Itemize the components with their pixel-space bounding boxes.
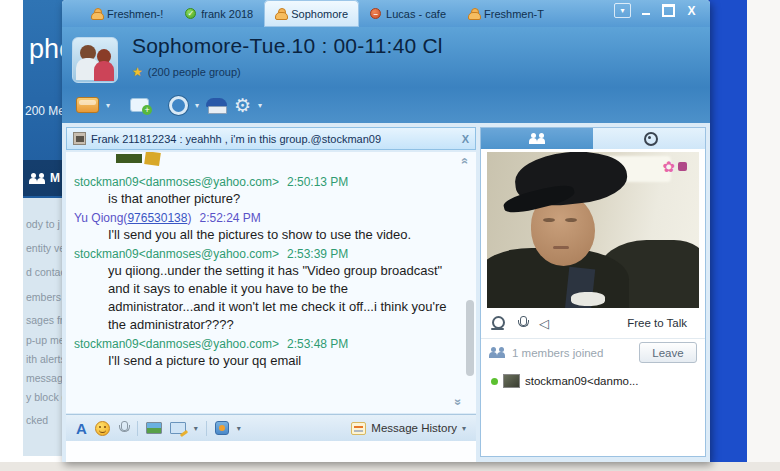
window-menu-button[interactable]: ▾ bbox=[614, 3, 631, 18]
message-sender: Yu Qiong( bbox=[74, 211, 127, 225]
avatar-figure bbox=[94, 61, 114, 81]
member-list-item[interactable]: stockman09<danmo... bbox=[481, 370, 705, 392]
settings-fragment: ody to j bbox=[26, 218, 60, 230]
collapse-chevron-icon[interactable]: » bbox=[458, 158, 472, 165]
image-remnant-block bbox=[144, 152, 161, 166]
screenshot-icon[interactable] bbox=[170, 422, 186, 434]
image-remnant-block bbox=[116, 154, 142, 163]
message: Yu Qiong(976530138)2:52:24 PM I'll send … bbox=[74, 211, 458, 244]
video-panel: ✿ ◁ Free to Talk 1 members joined Leave bbox=[480, 127, 706, 457]
font-style-icon[interactable]: A bbox=[76, 421, 87, 436]
message-time: 2:53:39 PM bbox=[287, 247, 348, 261]
emoticon-icon[interactable] bbox=[95, 421, 110, 436]
microphone-toggle-icon[interactable] bbox=[517, 316, 528, 331]
group-size-label: (200 people group) bbox=[148, 66, 241, 78]
nudge-icon[interactable] bbox=[215, 421, 229, 435]
message-text: is that another picture? bbox=[74, 190, 458, 208]
screen: pho 200 Me M ody to j entity ve d contac… bbox=[0, 0, 780, 471]
tab-label: Freshmen-! bbox=[107, 8, 163, 20]
person-icon bbox=[275, 8, 286, 20]
video-subject-collar bbox=[571, 292, 605, 306]
settings-fragment: sages fr bbox=[26, 314, 63, 326]
screen-bottom-strip bbox=[0, 462, 780, 471]
send-image-icon[interactable] bbox=[146, 422, 162, 434]
star-icon: ★ bbox=[132, 65, 143, 79]
message: stockman09<danmoses@yahoo.com>2:53:39 PM… bbox=[74, 247, 458, 334]
call-controls: ◁ Free to Talk bbox=[481, 310, 705, 336]
close-button[interactable]: X bbox=[683, 3, 700, 18]
share-folder-icon[interactable] bbox=[76, 97, 99, 113]
settings-fragment: d contac bbox=[26, 266, 66, 278]
tab-members[interactable] bbox=[481, 128, 593, 149]
people-icon bbox=[29, 173, 46, 184]
message-text: and it says to enable it you have to be … bbox=[74, 280, 458, 334]
chevron-down-icon[interactable]: ▾ bbox=[258, 101, 262, 110]
voice-message-icon[interactable] bbox=[118, 421, 129, 436]
message-history-label: Message History bbox=[371, 422, 457, 434]
video-call-icon[interactable] bbox=[169, 96, 188, 115]
tab-frank-2018[interactable]: ✓ frank 2018 bbox=[174, 0, 264, 27]
message-history-area: » stockman09<danmoses@yahoo.com>2:50:13 … bbox=[66, 152, 476, 413]
panel-tabs bbox=[481, 128, 705, 149]
maximize-button[interactable] bbox=[660, 3, 677, 18]
gear-icon[interactable]: ⚙ bbox=[234, 96, 251, 115]
speaker-toggle-icon[interactable]: ◁ bbox=[539, 317, 549, 330]
group-avatar[interactable] bbox=[72, 37, 118, 83]
settings-fragment: p-up me bbox=[26, 334, 65, 346]
settings-fragment: embers bbox=[26, 291, 61, 303]
minimize-button[interactable] bbox=[637, 3, 654, 18]
message-time: 2:52:24 PM bbox=[199, 211, 260, 225]
effect-icon[interactable] bbox=[678, 162, 687, 171]
message-sender: stockman09<danmoses@yahoo.com> bbox=[74, 337, 279, 351]
tab-freshmen-1[interactable]: Freshmen-! bbox=[80, 0, 174, 27]
online-dot-icon bbox=[491, 378, 498, 385]
composer-toolbar: A ▾ ▾ Message History ▾ bbox=[66, 414, 476, 441]
scrollbar-thumb[interactable] bbox=[466, 300, 474, 376]
settings-fragment: cked bbox=[26, 414, 48, 426]
tab-label: Freshmen-T bbox=[484, 8, 544, 20]
group-subtitle-row: ★ (200 people group) bbox=[132, 65, 241, 79]
member-video-thumbnail bbox=[503, 374, 520, 388]
member-name: stockman09<danmo... bbox=[525, 375, 638, 387]
leave-button[interactable]: Leave bbox=[639, 342, 697, 363]
settings-fragment: ith alerts bbox=[26, 353, 66, 365]
mention-notification-bar[interactable]: Frank 211812234 : yeahhh , i'm in this g… bbox=[66, 127, 476, 150]
people-icon bbox=[529, 133, 546, 144]
webcam-video-feed: ✿ bbox=[487, 152, 699, 308]
window-controls: ▾ X bbox=[614, 3, 700, 18]
group-admin-icon[interactable] bbox=[206, 98, 227, 113]
message-text: I'll send a picture to your qq email bbox=[74, 352, 458, 370]
background-window-members-fragment: 200 Me bbox=[25, 104, 65, 118]
close-icon[interactable]: X bbox=[462, 133, 469, 145]
group-toolbar: ▾ ▾ ⚙ ▾ bbox=[62, 87, 710, 123]
camera-toggle-icon[interactable] bbox=[491, 316, 506, 330]
settings-fragment: entity ve bbox=[26, 242, 65, 254]
members-joined-label: 1 members joined bbox=[512, 347, 603, 359]
qq-number-link[interactable]: 976530138 bbox=[127, 211, 187, 225]
person-icon bbox=[468, 8, 479, 20]
online-status-icon: ✓ bbox=[185, 8, 196, 19]
message-add-icon[interactable] bbox=[130, 98, 149, 112]
tab-video[interactable] bbox=[593, 128, 705, 149]
qq-chat-window: Freshmen-! ✓ frank 2018 Sophomore – Luca… bbox=[62, 0, 710, 462]
message-history-button[interactable]: Message History ▾ bbox=[351, 422, 466, 435]
message-sender-suffix: ) bbox=[187, 211, 191, 225]
tab-label: Sophomore bbox=[291, 8, 348, 20]
tab-lucas-cafe[interactable]: – Lucas - cafe bbox=[359, 0, 457, 27]
group-header: Sophomore-Tue.10 : 00-11:40 Cl ★ (200 pe… bbox=[62, 27, 710, 87]
divider bbox=[206, 421, 207, 436]
history-icon bbox=[351, 422, 366, 435]
message-sender: stockman09<danmoses@yahoo.com> bbox=[74, 247, 279, 261]
chevron-down-icon[interactable]: ▾ bbox=[106, 101, 110, 110]
chevron-down-icon: ▾ bbox=[462, 424, 466, 433]
chevron-down-icon[interactable]: ▾ bbox=[195, 101, 199, 110]
chevron-down-icon[interactable]: ▾ bbox=[237, 424, 241, 433]
message-time: 2:53:48 PM bbox=[287, 337, 348, 351]
tab-sophomore[interactable]: Sophomore bbox=[264, 0, 359, 27]
flower-effect-icon[interactable]: ✿ bbox=[662, 158, 675, 176]
scroll-bottom-chevron-icon[interactable]: » bbox=[452, 399, 466, 406]
tab-freshmen-t[interactable]: Freshmen-T bbox=[457, 0, 555, 27]
message-input[interactable] bbox=[66, 441, 476, 462]
divider bbox=[137, 421, 138, 436]
chevron-down-icon[interactable]: ▾ bbox=[194, 424, 198, 433]
